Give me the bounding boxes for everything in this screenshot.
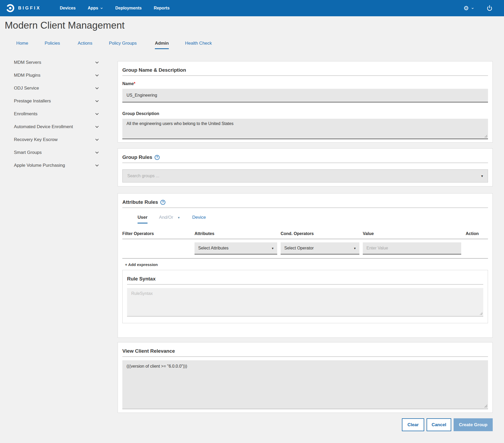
tab-actions[interactable]: Actions: [78, 41, 93, 49]
chevron-down-icon: [94, 163, 99, 168]
settings-menu[interactable]: ⚙: [463, 5, 474, 11]
help-icon[interactable]: ?: [155, 155, 160, 160]
create-group-button[interactable]: Create Group: [454, 418, 493, 431]
group-description-textarea[interactable]: All the engineering users who belong to …: [122, 119, 488, 139]
sidebar-item-enrollments[interactable]: Enrollments: [10, 107, 101, 120]
divider: [122, 356, 488, 357]
nav-item-reports[interactable]: Reports: [154, 6, 170, 11]
tab-device[interactable]: Device: [192, 215, 206, 220]
chevron-down-icon: [94, 86, 99, 91]
form-actions: Clear Cancel Create Group: [118, 418, 493, 431]
divider: [122, 207, 488, 208]
sidebar-item-mdm-servers[interactable]: MDM Servers: [10, 56, 101, 69]
attribute-rules-card: Attribute Rules ? User And/Or ▾ Device F…: [118, 193, 493, 338]
gear-icon: ⚙: [463, 5, 469, 11]
rule-syntax-textarea[interactable]: [127, 288, 483, 316]
page-title: Modern Client Management: [5, 20, 125, 31]
client-relevance-textarea[interactable]: (((version of client >= "6.0.0.0"))): [122, 360, 488, 409]
sidebar-item-automated-device-enrollment[interactable]: Automated Device Enrollment: [10, 120, 101, 133]
nav-item-apps[interactable]: Apps: [88, 6, 103, 11]
admin-sidebar: MDM Servers MDM Plugins ODJ Service Pres…: [10, 56, 101, 172]
brand-name: BIGFIX: [18, 6, 41, 11]
col-attributes: Attributes: [195, 231, 277, 236]
dropdown-caret-icon[interactable]: ▾: [481, 174, 483, 178]
name-label: Name*: [122, 81, 488, 86]
description-label: Group Description: [122, 111, 488, 116]
col-value: Value: [363, 231, 461, 236]
resize-handle[interactable]: [480, 312, 482, 315]
group-name-card: Group Name & Description Name* Group Des…: [118, 61, 493, 143]
dropdown-caret-icon: ▾: [354, 246, 356, 250]
required-asterisk: *: [134, 81, 135, 86]
client-relevance-title: View Client Relevance: [122, 342, 488, 354]
power-icon[interactable]: [486, 5, 493, 12]
divider: [122, 163, 488, 163]
chevron-down-icon: [94, 60, 99, 65]
chevron-down-icon: [94, 73, 99, 78]
tab-policy-groups[interactable]: Policy Groups: [109, 41, 138, 49]
chevron-down-icon: [100, 7, 103, 10]
tab-policies[interactable]: Policies: [45, 41, 61, 49]
select-attributes-dropdown[interactable]: Select Attributes ▾: [195, 242, 277, 254]
section-tabs: Home Policies Actions Policy Groups Admi…: [16, 41, 214, 49]
nav-item-deployments[interactable]: Deployments: [115, 6, 141, 11]
attribute-table-header: Filter Operators Attributes Cond. Operat…: [122, 231, 488, 239]
andor-selector[interactable]: And/Or: [159, 215, 173, 220]
group-rules-card: Group Rules ? ▾: [118, 148, 493, 186]
nav-item-devices[interactable]: Devices: [60, 6, 76, 11]
chevron-down-icon: [94, 124, 99, 129]
chevron-down-icon: [94, 150, 99, 155]
sidebar-item-prestage-installers[interactable]: Prestage Installers: [10, 95, 101, 107]
rule-syntax-card: Rule Syntax: [122, 270, 488, 323]
chevron-down-icon: [94, 137, 99, 142]
col-action: Action: [466, 231, 488, 236]
group-name-input[interactable]: [122, 89, 488, 102]
group-card-title: Group Name & Description: [122, 61, 488, 73]
dropdown-caret-icon: ▾: [272, 246, 274, 250]
top-navbar: BIGFIX Devices Apps Deployments Reports …: [0, 0, 504, 16]
tab-admin[interactable]: Admin: [155, 41, 169, 49]
chevron-down-icon: [471, 7, 474, 10]
nav-menu: Devices Apps Deployments Reports: [48, 6, 170, 11]
tab-home[interactable]: Home: [16, 41, 28, 49]
col-cond-operators: Cond. Operators: [281, 231, 359, 236]
select-operator-dropdown[interactable]: Select Operator ▾: [281, 242, 359, 254]
client-relevance-card: View Client Relevance (((version of clie…: [118, 342, 493, 413]
sidebar-item-mdm-plugins[interactable]: MDM Plugins: [10, 69, 101, 82]
resize-handle[interactable]: [484, 405, 487, 408]
sidebar-item-apple-volume-purchasing[interactable]: Apple Volume Purchasing: [10, 159, 101, 172]
sidebar-item-odj-service[interactable]: ODJ Service: [10, 82, 101, 95]
cancel-button[interactable]: Cancel: [427, 418, 451, 431]
chevron-down-icon: [94, 111, 99, 116]
tab-user[interactable]: User: [138, 215, 148, 223]
help-icon[interactable]: ?: [160, 200, 165, 205]
andor-caret-icon[interactable]: ▾: [178, 216, 180, 220]
attribute-rule-row: Select Attributes ▾ Select Operator ▾: [122, 239, 488, 259]
col-filter-operators: Filter Operators: [122, 231, 195, 236]
main-content: Group Name & Description Name* Group Des…: [118, 61, 493, 431]
add-expression-button[interactable]: + Add expression: [122, 262, 158, 267]
group-rules-title: Group Rules ?: [122, 149, 488, 160]
chevron-down-icon: [94, 98, 99, 103]
clear-button[interactable]: Clear: [402, 418, 424, 431]
bigfix-logo-icon: [6, 4, 15, 13]
sidebar-item-recovery-key-escrow[interactable]: Recovery Key Escrow: [10, 133, 101, 146]
attribute-rules-title: Attribute Rules ?: [122, 194, 488, 205]
rule-syntax-title: Rule Syntax: [127, 270, 483, 282]
attribute-rule-tabs: User And/Or ▾ Device: [122, 215, 488, 223]
divider: [127, 284, 483, 285]
value-input[interactable]: [363, 242, 461, 254]
divider: [122, 75, 488, 76]
nav-right-group: ⚙: [463, 5, 493, 12]
sidebar-item-smart-groups[interactable]: Smart Groups: [10, 146, 101, 159]
bigfix-logo[interactable]: BIGFIX: [6, 4, 41, 13]
tab-health-check[interactable]: Health Check: [185, 41, 214, 49]
group-search-dropdown[interactable]: ▾: [122, 169, 488, 183]
group-search-input[interactable]: [127, 174, 481, 178]
resize-handle[interactable]: [484, 135, 487, 138]
